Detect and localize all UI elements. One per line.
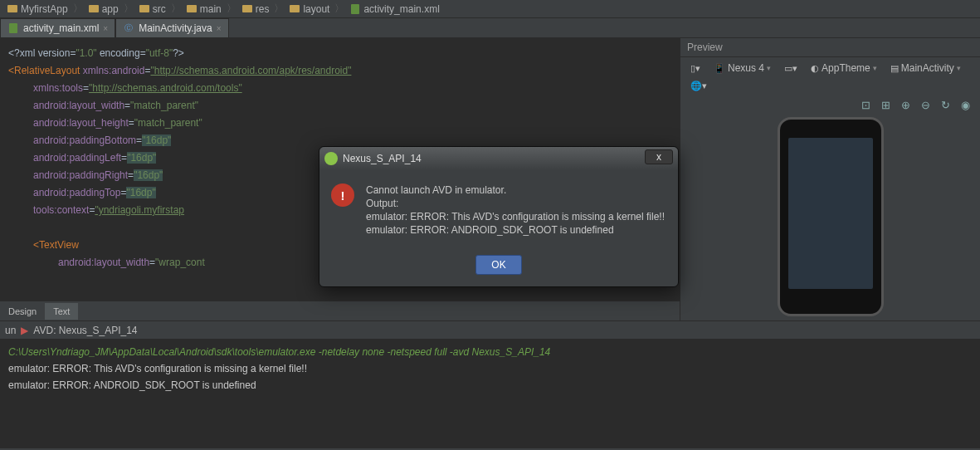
- run-config[interactable]: AVD: Nexus_S_API_14: [33, 325, 137, 336]
- error-dialog: Nexus_S_API_14 x ! Cannot launch AVD in …: [319, 146, 679, 287]
- zoom-out-icon[interactable]: ⊖: [919, 98, 932, 111]
- dialog-close-button[interactable]: x: [645, 149, 673, 164]
- design-text-tabs: Design Text: [0, 301, 680, 320]
- editor-tabs: activity_main.xml× ⒸMainActivity.java×: [0, 18, 980, 38]
- console-error-1: emulator: ERROR: This AVD's configuratio…: [8, 360, 972, 377]
- bc-src[interactable]: src: [135, 3, 169, 15]
- bc-file[interactable]: activity_main.xml: [346, 3, 442, 15]
- run-stop-icon[interactable]: ▶: [21, 325, 28, 336]
- preview-panel: Preview ▯▾ 📱 Nexus 4 ▭▾ ◐ AppTheme ▤ Mai…: [680, 38, 980, 320]
- tab-text[interactable]: Text: [45, 303, 78, 320]
- bc-project[interactable]: MyfirstApp: [3, 3, 71, 15]
- dialog-message: Cannot launch AVD in emulator. Output: e…: [366, 183, 665, 237]
- run-toolbar: un ▶ AVD: Nexus_S_API_14: [0, 320, 980, 339]
- close-icon[interactable]: ×: [217, 24, 222, 33]
- bc-main[interactable]: main: [183, 3, 225, 15]
- activity-select[interactable]: ▤ MainActivity: [885, 61, 966, 76]
- breadcrumb: MyfirstApp〉 app〉 src〉 main〉 res〉 layout〉…: [0, 0, 980, 18]
- tab-mainactivity[interactable]: ⒸMainActivity.java×: [115, 18, 228, 37]
- config-button[interactable]: ▭▾: [779, 61, 802, 76]
- run-console[interactable]: C:\Users\Yndriago_JM\AppData\Local\Andro…: [0, 339, 980, 448]
- zoom-actual-icon[interactable]: ⊡: [859, 98, 872, 111]
- error-icon: !: [331, 183, 354, 207]
- zoom-in-icon[interactable]: ⊕: [899, 98, 912, 111]
- console-command: C:\Users\Yndriago_JM\AppData\Local\Andro…: [8, 344, 972, 360]
- device-preview: [680, 113, 980, 320]
- preview-title: Preview: [680, 38, 980, 57]
- refresh-icon[interactable]: ↻: [939, 98, 952, 111]
- run-label: un: [5, 325, 16, 336]
- zoom-fit-icon[interactable]: ⊞: [879, 98, 892, 111]
- dialog-titlebar[interactable]: Nexus_S_API_14 x: [319, 147, 678, 170]
- device-select[interactable]: 📱 Nexus 4: [709, 61, 776, 76]
- bc-layout[interactable]: layout: [285, 3, 333, 15]
- console-error-2: emulator: ERROR: ANDROID_SDK_ROOT is und…: [8, 377, 972, 394]
- dialog-title: Nexus_S_API_14: [343, 153, 422, 164]
- orientation-button[interactable]: ▯▾: [685, 61, 705, 76]
- bc-res[interactable]: res: [238, 3, 273, 15]
- tab-activity-main[interactable]: activity_main.xml×: [0, 18, 115, 37]
- ok-button[interactable]: OK: [475, 255, 521, 275]
- screenshot-icon[interactable]: ◉: [958, 98, 972, 111]
- close-icon[interactable]: ×: [103, 24, 108, 33]
- tab-design[interactable]: Design: [0, 303, 45, 320]
- bc-app[interactable]: app: [85, 3, 122, 15]
- android-icon: [324, 152, 338, 165]
- locale-button[interactable]: 🌐▾: [685, 79, 712, 93]
- theme-select[interactable]: ◐ AppTheme: [806, 61, 882, 76]
